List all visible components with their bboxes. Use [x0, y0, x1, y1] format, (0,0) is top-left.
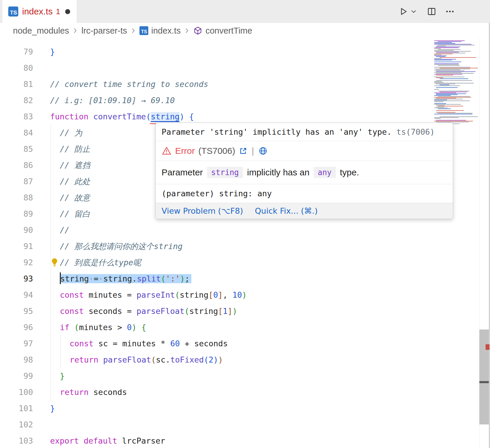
token: // i.g: [01:09.10] → 69.10 — [50, 96, 175, 105]
code-text: // 为 — [50, 125, 82, 141]
code-text: // i.g: [01:09.10] → 69.10 — [50, 92, 175, 108]
unsaved-changes-dot-icon[interactable] — [65, 9, 70, 14]
more-actions-button[interactable] — [443, 5, 456, 18]
symbol-method-cube-icon — [193, 26, 203, 35]
token: ':' — [166, 274, 180, 283]
minimap-line — [436, 122, 469, 122]
code-line-102[interactable]: 102 — [0, 416, 433, 433]
code-line-99[interactable]: 99} — [0, 368, 433, 384]
view-problem-link[interactable]: View Problem (⌥F8) — [162, 206, 243, 215]
tooltip-message: Parameter 'string' implicitly has an 'an… — [156, 123, 453, 141]
minimap-line — [436, 84, 455, 84]
code-line-95[interactable]: 95const seconds = parseFloat(string[1]) — [0, 303, 433, 319]
minimap-line — [436, 53, 466, 53]
code-line-81[interactable]: 81// convert time string to seconds — [0, 76, 433, 92]
token: ( — [204, 355, 208, 364]
minimap-line — [434, 55, 446, 56]
minimap-line — [438, 49, 461, 50]
token: { — [189, 112, 194, 121]
split-editor-button[interactable] — [425, 5, 438, 18]
minimap-line — [434, 62, 461, 62]
tooltip-signature: (parameter) string: any — [156, 184, 453, 203]
code-line-82[interactable]: 82// i.g: [01:09.10] → 69.10 — [0, 92, 433, 108]
minimap[interactable] — [433, 39, 478, 127]
code-line-90[interactable]: 90// — [0, 222, 433, 238]
token: seconds = — [84, 307, 137, 316]
run-button[interactable] — [397, 5, 410, 18]
code-line-92[interactable]: 92// 到底是什么type呢 — [0, 254, 433, 271]
code-line-98[interactable]: 98return parseFloat(sc.toFixed(2)) — [0, 352, 433, 368]
token: string — [189, 307, 218, 316]
code-line-91[interactable]: 91// 那么我想请问你的这个string — [0, 238, 433, 254]
tab-index-ts[interactable]: TS index.ts 1 — [2, 0, 77, 23]
code-line-97[interactable]: 97const sc = minutes * 60 + seconds — [0, 335, 433, 352]
code-line-94[interactable]: 94const minutes = parseInt(string[0], 10… — [0, 287, 433, 303]
line-number: 93 — [0, 271, 33, 287]
minimap-line — [436, 93, 466, 94]
scrollbar-cursor-marker — [479, 381, 489, 383]
minimap-line — [434, 40, 465, 41]
code-text: } — [50, 400, 55, 416]
token: ) — [180, 274, 185, 283]
code-line-103[interactable]: 103export default lrcParser — [0, 433, 433, 448]
code-line-101[interactable]: 101} — [0, 400, 433, 416]
token: string — [60, 274, 89, 283]
code-line-100[interactable]: 100return seconds — [0, 384, 433, 400]
minimap-line — [434, 101, 443, 102]
line-number: 81 — [0, 76, 33, 92]
minimap-line — [434, 83, 474, 83]
breadcrumb-item-node-modules[interactable]: node_modules — [13, 26, 69, 36]
minimap-line — [436, 107, 444, 107]
external-link-icon[interactable] — [239, 146, 248, 155]
minimap-line — [434, 99, 463, 99]
code-editor[interactable]: 79}8081// convert time string to seconds… — [0, 38, 490, 448]
token: = — [94, 274, 98, 283]
token: ( — [146, 112, 151, 121]
minimap-line — [434, 55, 441, 55]
minimap-line — [436, 80, 472, 81]
tooltip-error-row: Error (TS7006) | — [156, 141, 453, 161]
run-options-button[interactable] — [409, 5, 418, 18]
vscode-window: { "tab_bar": { "tabs": [ { "file_icon": … — [0, 0, 490, 448]
quick-fix-link[interactable]: Quick Fix... (⌘.) — [255, 206, 318, 215]
line-number: 89 — [0, 206, 33, 222]
line-number: 80 — [0, 60, 33, 76]
token: 0 — [213, 290, 218, 299]
token: } — [50, 47, 55, 56]
line-number: 96 — [0, 319, 33, 335]
breadcrumb-item-index-ts[interactable]: TS index.ts — [139, 26, 181, 36]
token: // 故意 — [60, 193, 90, 202]
editor-actions — [397, 5, 456, 18]
code-text: // 防止 — [50, 141, 90, 157]
token: // 此处 — [60, 177, 90, 186]
minimap-line — [434, 74, 462, 75]
scrollbar-error-marker — [486, 344, 489, 350]
vertical-scrollbar-thumb[interactable] — [479, 330, 489, 424]
minimap-line — [438, 106, 463, 106]
breadcrumb-item-convertTime[interactable]: convertTime — [193, 26, 252, 36]
minimap-line — [440, 78, 468, 79]
minimap-line — [434, 121, 473, 121]
window-edge — [489, 23, 490, 448]
minimap-line — [434, 63, 459, 64]
minimap-line — [434, 48, 441, 49]
minimap-line — [440, 85, 449, 85]
breadcrumb-item-lrc-parser-ts[interactable]: lrc-parser-ts — [81, 26, 127, 36]
minimap-line — [438, 108, 451, 109]
token: ( — [161, 274, 165, 283]
minimap-line — [438, 41, 461, 42]
code-line-79[interactable]: 79} — [0, 44, 433, 60]
minimap-line — [434, 42, 452, 43]
line-number: 101 — [0, 400, 33, 416]
minimap-line — [440, 68, 478, 68]
code-line-96[interactable]: 96if (minutes > 0) { — [0, 319, 433, 335]
token: · — [98, 274, 103, 283]
minimap-line — [436, 47, 460, 47]
globe-icon[interactable] — [258, 146, 268, 156]
minimap-line — [438, 45, 474, 45]
code-line-93[interactable]: 93string·=·string.split(':'); — [0, 271, 433, 287]
code-line-80[interactable]: 80 — [0, 60, 433, 76]
line-number: 83 — [0, 108, 33, 125]
code-line-83[interactable]: 83function convertTime(string) { — [0, 108, 433, 125]
line-number: 103 — [0, 433, 33, 448]
